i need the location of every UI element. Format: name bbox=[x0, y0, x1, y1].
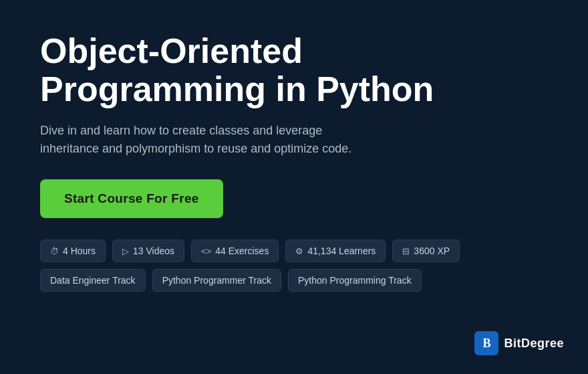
bitdegree-logo: B BitDegree bbox=[474, 331, 564, 355]
xp-badge: ⊟ 3600 XP bbox=[392, 240, 460, 262]
videos-badge: ▷ 13 Videos bbox=[112, 240, 184, 262]
users-icon: ⚙ bbox=[295, 246, 303, 256]
code-icon: <> bbox=[201, 246, 211, 256]
learners-badge: ⚙ 41,134 Learners bbox=[285, 240, 386, 262]
exercises-badge: <> 44 Exercises bbox=[191, 240, 279, 262]
bitdegree-text: BitDegree bbox=[504, 337, 564, 351]
play-icon: ▷ bbox=[122, 246, 129, 256]
python-programming-track-label: Python Programming Track bbox=[298, 275, 412, 286]
data-engineer-track-badge[interactable]: Data Engineer Track bbox=[40, 269, 146, 292]
badges-container: ⏱ 4 Hours ▷ 13 Videos <> 44 Exercises ⚙ … bbox=[40, 240, 508, 292]
course-title: Object-Oriented Programming in Python bbox=[40, 32, 454, 108]
xp-label: 3600 XP bbox=[414, 246, 450, 256]
exercises-label: 44 Exercises bbox=[215, 246, 269, 256]
bitdegree-icon: B bbox=[474, 331, 498, 355]
start-course-button[interactable]: Start Course For Free bbox=[40, 179, 223, 218]
course-description: Dive in and learn how to create classes … bbox=[40, 122, 374, 158]
xp-icon: ⊟ bbox=[402, 246, 410, 256]
videos-label: 13 Videos bbox=[133, 246, 174, 256]
main-container: Object-Oriented Programming in Python Di… bbox=[0, 0, 588, 374]
clock-icon: ⏱ bbox=[50, 246, 59, 256]
hours-badge: ⏱ 4 Hours bbox=[40, 240, 106, 262]
python-programming-track-badge[interactable]: Python Programming Track bbox=[288, 269, 422, 292]
python-programmer-track-label: Python Programmer Track bbox=[162, 275, 271, 286]
python-programmer-track-badge[interactable]: Python Programmer Track bbox=[152, 269, 281, 292]
data-engineer-track-label: Data Engineer Track bbox=[50, 275, 136, 286]
hours-label: 4 Hours bbox=[63, 246, 96, 256]
learners-label: 41,134 Learners bbox=[307, 246, 376, 256]
